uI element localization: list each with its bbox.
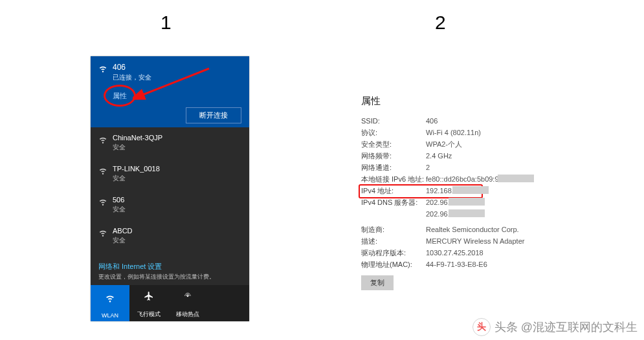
property-key: 网络通道: xyxy=(361,162,426,173)
watermark-icon: 头 xyxy=(472,318,491,336)
network-name: 506 xyxy=(113,196,126,204)
wifi-icon xyxy=(98,228,107,239)
property-key: 本地链接 IPv6 地址: xyxy=(361,173,426,185)
property-key: 描述: xyxy=(361,235,426,247)
properties-link[interactable]: 属性 xyxy=(111,92,128,100)
step-label-1: 1 xyxy=(161,12,172,34)
property-value: Wi-Fi 4 (802.11n) xyxy=(426,127,481,138)
property-value: 44-F9-71-93-E8-E6 xyxy=(426,259,487,270)
wifi-icon xyxy=(98,64,107,74)
property-key: 制造商: xyxy=(361,224,426,235)
wifi-icon xyxy=(98,166,107,176)
wifi-icon xyxy=(98,135,107,145)
disconnect-button[interactable]: 断开连接 xyxy=(186,107,241,123)
property-key: 网络频带: xyxy=(361,150,426,162)
property-key: 协议: xyxy=(361,127,426,138)
property-value-dns2: 202.96. xyxy=(426,208,450,220)
network-item[interactable]: 506安全 xyxy=(91,189,249,220)
network-name: ChinaNet-3QJP xyxy=(113,134,162,142)
property-value-dns1: 202.96. xyxy=(426,197,450,208)
property-row: 描述:MERCURY Wireless N Adapter xyxy=(361,235,607,247)
wifi-icon xyxy=(98,197,107,207)
network-item[interactable]: ABCD安全 xyxy=(91,220,249,251)
network-settings-link[interactable]: 网络和 Internet 设置 xyxy=(91,258,249,273)
copy-button[interactable]: 复制 xyxy=(361,275,394,290)
property-key: IPv4 地址: xyxy=(361,185,426,197)
wifi-icon xyxy=(105,293,115,304)
property-row-dns: IPv4 DNS 服务器: 202.96. 202.96. xyxy=(361,197,607,220)
property-row: SSID:406 xyxy=(361,115,607,127)
property-row: 物理地址(MAC):44-F9-71-93-E8-E6 xyxy=(361,259,607,270)
network-item[interactable]: ChinaNet-GVZ7安全 xyxy=(91,251,249,258)
property-value: 406 xyxy=(426,115,438,127)
hotspot-icon xyxy=(183,291,193,303)
step-label-2: 2 xyxy=(435,12,446,34)
quick-action-label: WLAN xyxy=(102,312,118,319)
network-settings-desc: 更改设置，例如将某连接设置为按流量计费。 xyxy=(91,273,249,285)
watermark: 头 头条 @混迹互联网的文科生 xyxy=(472,318,638,336)
quick-action-label: 移动热点 xyxy=(176,310,199,319)
active-network[interactable]: 406 已连接，安全 属性 断开连接 xyxy=(91,56,249,127)
property-row: 安全类型:WPA2-个人 xyxy=(361,138,607,150)
property-value: Realtek Semiconductor Corp. xyxy=(426,224,519,235)
property-value-ipv4: 192.168. xyxy=(426,185,454,197)
property-row: 网络通道:2 xyxy=(361,162,607,173)
property-value: 1030.27.425.2018 xyxy=(426,247,483,259)
property-row-ipv6: 本地链接 IPv6 地址: fe80::dd26bc0a:5b09:9 xyxy=(361,173,607,185)
property-value: 2.4 GHz xyxy=(426,150,452,162)
property-value: WPA2-个人 xyxy=(426,138,462,150)
property-row: 驱动程序版本:1030.27.425.2018 xyxy=(361,247,607,259)
watermark-text: 头条 @混迹互联网的文科生 xyxy=(494,319,638,335)
properties-panel: 属性 SSID:406协议:Wi-Fi 4 (802.11n)安全类型:WPA2… xyxy=(361,95,607,290)
available-networks-list: ChinaNet-3QJP安全TP-LINK_0018安全506安全ABCD安全… xyxy=(91,127,249,258)
quick-actions-bar: WLAN 飞行模式 移动热点 xyxy=(91,285,249,321)
property-key: 安全类型: xyxy=(361,138,426,150)
quick-action-wlan[interactable]: WLAN xyxy=(91,285,129,321)
network-item[interactable]: TP-LINK_0018安全 xyxy=(91,158,249,189)
property-row: 协议:Wi-Fi 4 (802.11n) xyxy=(361,127,607,138)
property-key: IPv4 DNS 服务器: xyxy=(361,197,426,220)
property-row-ipv4: IPv4 地址: 192.168. xyxy=(361,185,607,197)
property-key: 物理地址(MAC): xyxy=(361,259,426,270)
network-name: TP-LINK_0018 xyxy=(113,165,160,173)
property-value-ipv6: fe80::dd26bc0a:5b09:9 xyxy=(426,173,499,185)
network-security: 安全 xyxy=(113,236,133,245)
quick-action-airplane[interactable]: 飞行模式 xyxy=(129,285,168,321)
quick-action-hotspot[interactable]: 移动热点 xyxy=(168,285,207,321)
active-network-name: 406 xyxy=(113,63,151,72)
properties-title: 属性 xyxy=(361,95,607,107)
network-security: 安全 xyxy=(113,174,160,183)
network-item[interactable]: ChinaNet-3QJP安全 xyxy=(91,127,249,158)
airplane-icon xyxy=(144,291,154,303)
property-value: MERCURY Wireless N Adapter xyxy=(426,235,524,247)
property-key: 驱动程序版本: xyxy=(361,247,426,259)
quick-action-label: 飞行模式 xyxy=(137,310,161,319)
active-network-status: 已连接，安全 xyxy=(113,73,151,82)
network-flyout: 406 已连接，安全 属性 断开连接 ChinaNet-3QJP安全TP-LIN… xyxy=(91,56,249,321)
property-row: 制造商:Realtek Semiconductor Corp. xyxy=(361,224,607,235)
property-value: 2 xyxy=(426,162,430,173)
property-row: 网络频带:2.4 GHz xyxy=(361,150,607,162)
network-name: ABCD xyxy=(113,227,133,235)
property-key: SSID: xyxy=(361,115,426,127)
network-security: 安全 xyxy=(113,143,162,152)
network-security: 安全 xyxy=(113,205,126,214)
